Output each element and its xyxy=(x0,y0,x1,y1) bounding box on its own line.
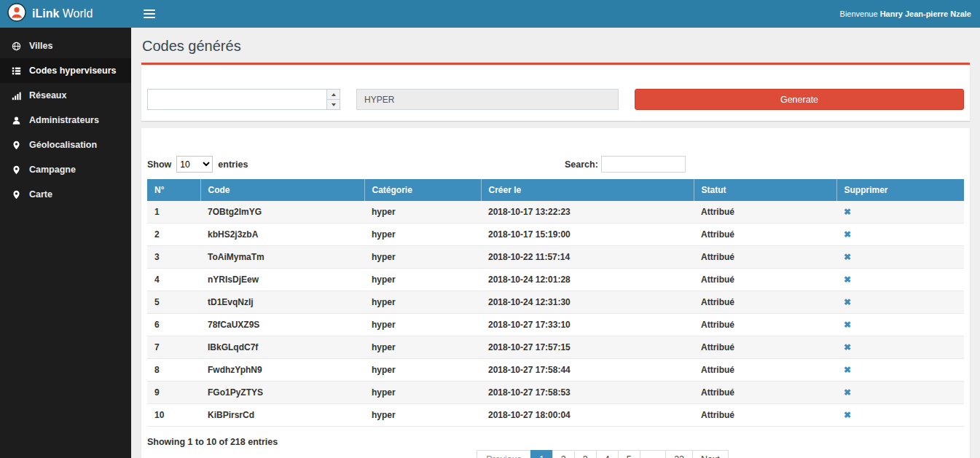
delete-icon[interactable]: ✖ xyxy=(844,320,851,330)
table-row: 8FwdhzYphN9hyper2018-10-27 17:58:44Attri… xyxy=(147,359,964,382)
cell-category: hyper xyxy=(364,336,481,359)
table-row: 10KiBPirsrCdhyper2018-10-27 18:00:04Attr… xyxy=(147,404,964,427)
cell-code: KiBPirsrCd xyxy=(200,404,364,427)
spinner-down-icon[interactable] xyxy=(327,99,340,109)
pagination-next[interactable]: Next xyxy=(692,450,729,458)
column-header[interactable]: Code xyxy=(200,179,364,201)
welcome-user-name: Hanry Jean-pierre Nzale xyxy=(880,9,971,18)
cell-code: 7OBtg2lmYG xyxy=(200,201,364,224)
pagination: Previous12345…22Next xyxy=(147,450,964,458)
column-header[interactable]: Catégorie xyxy=(364,179,481,201)
column-header[interactable]: N° xyxy=(147,179,200,201)
column-header[interactable]: Statut xyxy=(694,179,836,201)
show-label: Show xyxy=(147,159,171,170)
delete-icon[interactable]: ✖ xyxy=(844,342,851,352)
cell-created: 2018-10-27 17:58:53 xyxy=(481,382,694,404)
table-row: 3ToAiMymaTmhyper2018-10-22 11:57:14Attri… xyxy=(147,246,964,269)
sidebar-item-villes[interactable]: Villes xyxy=(0,33,131,58)
sidebar-item-administrateurs[interactable]: Administrateurs xyxy=(0,108,131,133)
delete-icon[interactable]: ✖ xyxy=(844,252,851,262)
pagination-page[interactable]: 3 xyxy=(574,450,597,458)
cell-created: 2018-10-27 17:57:15 xyxy=(481,336,694,359)
table-row: 678fCaUXZ9Shyper2018-10-27 17:33:10Attri… xyxy=(147,314,964,336)
cell-delete: ✖ xyxy=(836,314,964,336)
brand-title: iLink World xyxy=(32,7,93,20)
map-pin-icon xyxy=(11,141,22,150)
cell-created: 2018-10-24 12:01:28 xyxy=(481,269,694,291)
cell-delete: ✖ xyxy=(836,224,964,246)
globe-icon xyxy=(11,42,22,51)
cell-code: nYRIsDjEew xyxy=(200,269,364,291)
delete-icon[interactable]: ✖ xyxy=(844,275,851,285)
pagination-page[interactable]: 1 xyxy=(530,450,553,458)
category-input xyxy=(356,89,619,110)
spinner-up-icon[interactable] xyxy=(327,90,340,99)
cell-number: 10 xyxy=(147,404,200,427)
cell-status: Attribué xyxy=(694,314,836,336)
table-row: 17OBtg2lmYGhyper2018-10-17 13:22:23Attri… xyxy=(147,201,964,224)
delete-icon[interactable]: ✖ xyxy=(844,207,851,217)
map-pin-icon xyxy=(11,190,22,200)
cell-created: 2018-10-22 11:57:14 xyxy=(481,246,694,269)
cell-number: 9 xyxy=(147,382,200,404)
cell-created: 2018-10-27 18:00:04 xyxy=(481,404,694,427)
quantity-field xyxy=(147,89,340,110)
main-content: Codes générés Generate Show xyxy=(131,28,980,458)
delete-icon[interactable]: ✖ xyxy=(844,387,851,398)
sidebar-item-codes-hyperviseurs[interactable]: Codes hyperviseurs xyxy=(0,58,131,83)
search-input[interactable] xyxy=(601,156,686,173)
table-row: 5tD1EvqNzIjhyper2018-10-24 12:31:30Attri… xyxy=(147,291,964,314)
sidebar-item-reseaux[interactable]: Réseaux xyxy=(0,83,131,108)
pagination-page[interactable]: 2 xyxy=(552,450,575,458)
column-header[interactable]: Supprimer xyxy=(836,179,964,201)
sidebar-item-campagne[interactable]: Campagne xyxy=(0,157,131,182)
cell-category: hyper xyxy=(364,246,481,269)
cell-delete: ✖ xyxy=(836,404,964,427)
delete-icon[interactable]: ✖ xyxy=(844,410,851,420)
table-row: 2kbHS2j3zbAhyper2018-10-17 15:19:00Attri… xyxy=(147,224,964,246)
table-row: 9FGo1PyZTYShyper2018-10-27 17:58:53Attri… xyxy=(147,382,964,404)
cell-category: hyper xyxy=(364,269,481,291)
column-header[interactable]: Créer le xyxy=(481,179,694,201)
cell-number: 8 xyxy=(147,359,200,382)
top-navbar: iLink World Bienvenue Hanry Jean-pierre … xyxy=(0,0,980,28)
delete-icon[interactable]: ✖ xyxy=(844,365,851,375)
sidebar-item-label: Carte xyxy=(29,189,52,200)
cell-code: FGo1PyZTYS xyxy=(200,382,364,404)
delete-icon[interactable]: ✖ xyxy=(844,297,851,307)
cell-number: 7 xyxy=(147,336,200,359)
cell-number: 3 xyxy=(147,246,200,269)
cell-delete: ✖ xyxy=(836,246,964,269)
pagination-page[interactable]: 4 xyxy=(596,450,619,458)
cell-category: hyper xyxy=(364,359,481,382)
table-box: Show 10 entries Search: N°CodeCatégorieC… xyxy=(141,128,970,458)
sidebar-item-label: Campagne xyxy=(29,165,76,175)
welcome-prefix: Bienvenue xyxy=(840,9,878,18)
quantity-input[interactable] xyxy=(148,90,326,109)
cell-delete: ✖ xyxy=(836,359,964,382)
sidebar-toggle-icon[interactable] xyxy=(144,9,155,18)
search-label: Search: xyxy=(565,159,598,170)
delete-icon[interactable]: ✖ xyxy=(844,229,851,240)
cell-delete: ✖ xyxy=(836,269,964,291)
sidebar-item-carte[interactable]: Carte xyxy=(0,182,131,207)
user-icon xyxy=(11,116,22,125)
entries-label: entries xyxy=(218,159,248,170)
cell-category: hyper xyxy=(364,314,481,336)
cell-code: tD1EvqNzIj xyxy=(200,291,364,314)
pagination-page[interactable]: 22 xyxy=(665,450,693,458)
brand-link[interactable]: iLink World xyxy=(0,0,131,28)
pagination-page[interactable]: 5 xyxy=(618,450,640,458)
list-icon xyxy=(11,66,22,76)
cell-delete: ✖ xyxy=(836,201,964,224)
sidebar-item-geolocalisation[interactable]: Géolocalisation xyxy=(0,133,131,157)
cell-category: hyper xyxy=(364,224,481,246)
page-size-select[interactable]: 10 xyxy=(176,156,213,173)
generate-button[interactable]: Generate xyxy=(635,89,964,110)
cell-code: kbHS2j3zbA xyxy=(200,224,364,246)
cell-status: Attribué xyxy=(694,201,836,224)
cell-created: 2018-10-17 13:22:23 xyxy=(481,201,694,224)
cell-category: hyper xyxy=(364,382,481,404)
pagination-previous[interactable]: Previous xyxy=(477,450,531,458)
table-header-row: N°CodeCatégorieCréer leStatutSupprimer xyxy=(147,179,964,201)
